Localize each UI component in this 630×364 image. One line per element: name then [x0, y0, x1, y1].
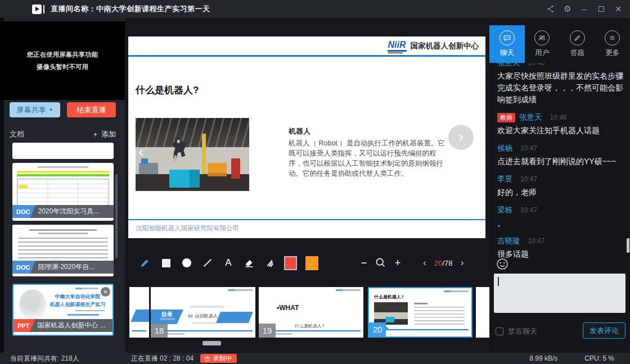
chat-message-text: 好的，老师	[497, 186, 624, 198]
pencil-icon	[570, 30, 585, 46]
chat-message-text: 点进去就看到了刚刚说的YY硕~~~	[497, 156, 624, 167]
eraser-tool-icon[interactable]	[242, 256, 256, 270]
cpu-indicator: CPU: 5 %	[584, 354, 614, 362]
tab-quiz[interactable]: 答题	[560, 25, 595, 63]
document-card-selected[interactable]: 中南大学自动化学院 机器人创新课程生产实习 ✕ PPT 国家机器人创新中心 ..…	[12, 284, 114, 336]
chat-message-header: 梁栋 10:47	[497, 205, 630, 215]
emoji-icon[interactable]	[496, 257, 509, 271]
add-document-button[interactable]: ＋ 添加	[92, 129, 116, 139]
comment-input[interactable]	[494, 274, 626, 313]
thumbnail-slide-19[interactable]: •WHAT 什么是机器人? 19	[259, 287, 363, 338]
thumbnail-slide-20-selected[interactable]: 什么是机器人? 20	[368, 287, 472, 338]
brush-tool-icon[interactable]	[263, 256, 277, 270]
status-bar: 当前直播间共有: 218人 正在直播 02 : 28 : 04 录制中 8.99…	[0, 353, 630, 364]
thumbnail-partial[interactable]	[476, 287, 489, 338]
prev-page-button[interactable]: ‹	[419, 257, 430, 269]
mini-logo	[336, 289, 361, 291]
document-card[interactable]: DOC 2020年沈阳实习具...	[12, 163, 114, 221]
slide-body-text: 机器人 机器人（ Robot ）是自动执行工作的机器装置。它既可以接受人类指挥，…	[289, 126, 448, 179]
document-title: 陈理渊-2020年自...	[38, 262, 94, 272]
pen-tool-icon[interactable]	[138, 256, 152, 270]
slide-filmstrip: 目录 CONTENTS 02 认识机器人 18 •WHAT 什么是机器人? 19	[125, 286, 489, 338]
magnifier-icon[interactable]	[374, 257, 388, 269]
next-slide-button[interactable]: ›	[448, 125, 474, 150]
slide-top-rule	[128, 55, 485, 57]
sidebar-tabbar: 聊天 用户 答题 更多	[489, 25, 630, 63]
chat-message-header: 教师 张意天 10:46	[497, 112, 630, 122]
document-title: 2020年沈阳实习具...	[38, 207, 99, 216]
image-prev-arrow[interactable]: ‹	[138, 144, 143, 160]
preview-message-line2: 摄像头暂时不可用	[37, 63, 88, 71]
recording-label: 录制中	[213, 354, 232, 363]
slide-title: 什么是机器人?	[136, 84, 199, 97]
thumbnail-partial[interactable]	[129, 287, 149, 338]
ppt-preview-subline	[75, 310, 105, 311]
recording-badge[interactable]: 录制中	[200, 354, 237, 363]
document-label-bar: PPT 国家机器人创新中心 ...	[14, 319, 112, 332]
zoom-in-button[interactable]: +	[391, 257, 404, 269]
mini-logo	[228, 289, 253, 291]
document-label-bar: DOC 陈理渊-2020年自...	[12, 261, 114, 274]
robot-head-art	[19, 289, 46, 320]
circle-tool-icon[interactable]	[180, 256, 194, 270]
current-page: 20	[434, 259, 442, 267]
page-navigation: ‹ 20/78 ›	[419, 257, 468, 269]
users-icon	[534, 30, 550, 46]
color-swatch-red[interactable]	[284, 256, 297, 270]
document-list-scrollbar[interactable]	[115, 174, 118, 258]
text-tool-icon[interactable]: A	[222, 256, 235, 270]
chat-message-header: 张意天 10:46	[497, 63, 630, 68]
tab-more[interactable]: 更多	[595, 25, 630, 63]
tab-label: 用户	[535, 48, 549, 58]
screen-share-label: 屏幕共享	[17, 105, 46, 115]
app-logo-bar	[43, 5, 44, 13]
chevron-down-icon: ▼	[49, 107, 53, 112]
niir-logo: NiiR	[388, 40, 407, 52]
ppt-preview-subline2	[68, 314, 99, 316]
preview-message-line1: 您正在使用屏幕共享功能	[27, 51, 98, 59]
chat-message-text: 。	[497, 217, 624, 229]
close-icon[interactable]: ✕	[101, 287, 110, 297]
color-swatch-orange[interactable]	[305, 256, 318, 270]
documents-header: 文档 ＋ 添加	[10, 129, 116, 139]
tab-chat[interactable]: 聊天	[489, 25, 525, 63]
document-preview-art	[18, 229, 108, 261]
document-card[interactable]: DOC 陈理渊-2020年自...	[12, 225, 114, 276]
ppt-preview-line1: 中南大学自动化学院	[46, 293, 109, 301]
tab-users[interactable]: 用户	[525, 25, 560, 63]
filmstrip-scrollbar[interactable]	[202, 341, 221, 345]
next-page-button[interactable]: ›	[457, 257, 468, 269]
slide-footer: 沈阳智能机器人国家研究院有限公司	[136, 224, 239, 233]
chat-message-list[interactable]: 张意天 10:46 大家尽快按照班级群里发的实名步骤完成实名登录呀，，，不然可能…	[489, 63, 630, 272]
share-icon[interactable]	[542, 0, 559, 18]
thumbnail-slide-18[interactable]: 目录 CONTENTS 02 认识机器人 18	[151, 287, 255, 338]
slide-body-paragraph: 机器人（ Robot ）是自动执行工作的机器装置。它既可以接受人类指挥，又可以运…	[289, 138, 448, 179]
gear-icon[interactable]: ⚙	[559, 0, 576, 18]
robot-photo: ‹	[136, 118, 249, 191]
doc-type-badge: DOC	[12, 261, 35, 274]
toc-ribbon: 目录 CONTENTS	[151, 310, 183, 324]
chat-message-text: 欢迎大家关注知乎机器人话题	[497, 125, 624, 136]
zoom-out-button[interactable]: −	[357, 257, 371, 269]
document-card-partial[interactable]	[12, 143, 114, 159]
live-label: 正在直播	[131, 354, 158, 362]
tab-label: 答题	[570, 48, 584, 58]
add-document-label: 添加	[101, 129, 116, 139]
chat-message-header: 吉晓璇 10:47	[497, 236, 630, 246]
screen-share-button[interactable]: 屏幕共享 ▼	[10, 102, 60, 117]
app-logo-play-icon	[32, 4, 42, 14]
chat-scrollbar[interactable]	[627, 238, 629, 253]
close-button[interactable]: ✕	[610, 0, 627, 18]
end-live-button[interactable]: 结束直播	[67, 102, 116, 117]
line-tool-icon[interactable]	[201, 256, 214, 270]
minimize-button[interactable]: –	[576, 0, 593, 18]
rectangle-tool-icon[interactable]	[159, 256, 173, 270]
mute-chat-checkbox[interactable]	[496, 327, 503, 335]
post-comment-button[interactable]: 发表评论	[583, 322, 626, 339]
slide-logo: NiiR 国家机器人创新中心	[388, 40, 479, 52]
maximize-button[interactable]	[593, 0, 610, 18]
live-status: 正在直播 02 : 28 : 04	[131, 354, 194, 363]
window-controls: ⚙ – ✕	[542, 0, 627, 18]
viewer-count: 当前直播间共有: 218人	[10, 354, 79, 363]
annotation-toolbar: A − + ‹ 20/78 ›	[138, 254, 468, 271]
